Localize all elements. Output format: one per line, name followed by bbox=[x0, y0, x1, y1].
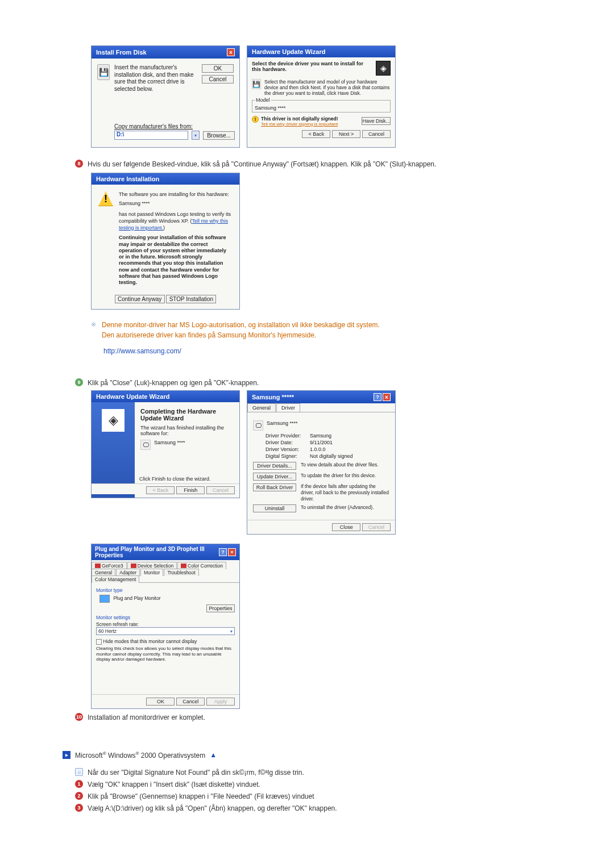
step-number-10: 10 bbox=[75, 713, 83, 721]
browse-button[interactable]: Browse... bbox=[203, 131, 235, 140]
w2k-step-3: Vælg A:\(D:\driver) og klik så på "Open"… bbox=[88, 803, 337, 813]
monitor-settings-section: Monitor settings bbox=[96, 615, 235, 620]
step-10-text: Installation af monitordriver er komplet… bbox=[88, 712, 205, 723]
section-bullet-icon: ▸ bbox=[63, 751, 70, 759]
close-icon[interactable]: × bbox=[228, 548, 236, 556]
nvidia-icon bbox=[181, 564, 186, 568]
step-number-2: 2 bbox=[75, 792, 83, 800]
w2k-step-1: Vælg "OK" knappen i "Insert disk" (Isæt … bbox=[88, 779, 260, 790]
note-icon: ※ bbox=[91, 321, 96, 328]
dialog-title: Hardware Update Wizard bbox=[252, 48, 326, 55]
disk-icon: 💾 bbox=[97, 64, 110, 80]
drive-input[interactable]: D:\ bbox=[114, 131, 188, 140]
update-driver-button[interactable]: Update Driver... bbox=[253, 473, 296, 481]
cancel-button[interactable]: Cancel bbox=[176, 698, 205, 706]
wizard-finish-msg: Click Finish to close the wizard. bbox=[139, 476, 211, 482]
dialog-titlebar: Hardware Update Wizard bbox=[92, 391, 239, 402]
dialog-titlebar: Samsung ***** ? × bbox=[247, 391, 395, 403]
wizard-complete-sub: The wizard has finished installing the s… bbox=[140, 425, 234, 436]
monitor-type-section: Monitor type bbox=[96, 587, 235, 593]
step-9-text: Klik på "Close" (Luk)-knappen og igen på… bbox=[88, 378, 259, 388]
dialog-titlebar: Install From Disk × bbox=[92, 46, 239, 59]
have-disk-button[interactable]: Have Disk... bbox=[362, 117, 391, 125]
refresh-rate-select[interactable]: 60 Hertz ▾ bbox=[96, 627, 235, 635]
disk-icon: 💾 bbox=[252, 79, 261, 89]
tab-general[interactable]: General bbox=[247, 403, 276, 412]
hardware-installation-dialog: Hardware Installation ! The software you… bbox=[91, 173, 240, 310]
date-value: 9/11/2001 bbox=[310, 440, 389, 445]
note-line2: Den autoriserede driver kan findes på Sa… bbox=[102, 330, 380, 340]
hi-device: Samsung **** bbox=[119, 201, 233, 207]
dialog-title: Hardware Update Wizard bbox=[96, 393, 170, 400]
model-list[interactable]: Model Samsung **** bbox=[252, 100, 391, 112]
up-arrow-icon[interactable]: ▲ bbox=[210, 751, 217, 759]
next-button[interactable]: Next > bbox=[332, 130, 360, 138]
select-driver-heading: Select the device driver you want to ins… bbox=[252, 61, 376, 72]
signing-importance-link[interactable]: Tell me why driver signing is important bbox=[261, 122, 338, 127]
roll-back-text: If the device fails after updating the d… bbox=[301, 483, 389, 502]
nvidia-icon bbox=[95, 564, 101, 568]
dialog-titlebar: Plug and Play Monitor and 3D Prophet III… bbox=[92, 544, 239, 560]
hi-line1: The software you are installing for this… bbox=[119, 191, 233, 198]
close-button[interactable]: Close bbox=[332, 523, 360, 531]
monitor-icon bbox=[99, 595, 110, 603]
provider-value: Samsung bbox=[310, 433, 389, 439]
dialog-title: Hardware Installation bbox=[96, 176, 159, 182]
back-button[interactable]: < Back bbox=[302, 130, 330, 138]
version-value: 1.0.0.0 bbox=[310, 446, 389, 452]
warning-icon: ! bbox=[252, 116, 259, 123]
hide-modes-note: Clearing this check box allows you to se… bbox=[96, 646, 235, 662]
update-driver-text: To update the driver for this device. bbox=[301, 473, 376, 479]
driver-details-button[interactable]: Driver Details... bbox=[253, 462, 296, 470]
driver-properties-dialog: Samsung ***** ? × General Driver 🖵 Samsu… bbox=[247, 390, 396, 535]
monitor-icon: 🖵 bbox=[140, 440, 151, 450]
info-icon: ⌕ bbox=[75, 768, 83, 776]
finish-button[interactable]: Finish bbox=[176, 486, 205, 494]
continue-anyway-button[interactable]: Continue Anyway bbox=[115, 295, 165, 303]
tab-color-management[interactable]: Color Management bbox=[92, 575, 139, 583]
roll-back-driver-button[interactable]: Roll Back Driver bbox=[253, 483, 296, 491]
wizard-device: Samsung **** bbox=[154, 440, 185, 445]
version-label: Driver Version: bbox=[265, 446, 310, 452]
install-from-disk-dialog: Install From Disk × 💾 Insert the manufac… bbox=[91, 45, 240, 148]
driver-details-text: To view details about the driver files. bbox=[301, 462, 379, 468]
tab-driver[interactable]: Driver bbox=[276, 403, 300, 412]
signer-value: Not digitally signed bbox=[310, 453, 389, 459]
hide-modes-checkbox[interactable] bbox=[96, 639, 102, 645]
tab-troubleshoot[interactable]: Troubleshoot bbox=[164, 569, 198, 576]
hide-modes-label: Hide modes that this monitor cannot disp… bbox=[103, 639, 197, 644]
help-icon[interactable]: ? bbox=[219, 548, 227, 556]
step-number-9: 9 bbox=[75, 378, 83, 386]
nvidia-icon bbox=[131, 564, 136, 568]
dialog-title: Install From Disk bbox=[96, 49, 147, 56]
samsung-url-link[interactable]: http://www.samsung.com/ bbox=[103, 347, 551, 355]
cancel-button[interactable]: Cancel bbox=[202, 75, 234, 84]
model-value: Samsung **** bbox=[255, 105, 388, 111]
cancel-button: Cancel bbox=[206, 486, 235, 494]
w2k-info-text: Når du ser "Digital Signature Not Found"… bbox=[88, 767, 304, 778]
hardware-update-wizard-complete: Hardware Update Wizard ◈ Completing the … bbox=[91, 390, 240, 498]
dialog-title: Samsung ***** bbox=[252, 394, 294, 400]
hardware-update-wizard-select: Hardware Update Wizard Select the device… bbox=[247, 45, 396, 148]
close-icon[interactable]: × bbox=[227, 48, 235, 56]
uninstall-button[interactable]: Uninstall bbox=[253, 504, 296, 512]
not-signed-warning: This driver is not digitally signed! bbox=[261, 116, 338, 122]
tab-monitor[interactable]: Monitor bbox=[140, 569, 163, 576]
chevron-down-icon[interactable]: ▾ bbox=[192, 131, 200, 140]
hi-bold-warning: Continuing your installation of this sof… bbox=[119, 235, 233, 286]
ok-button[interactable]: OK bbox=[202, 64, 234, 73]
cancel-button[interactable]: Cancel bbox=[362, 130, 391, 138]
install-instruction: Insert the manufacturer's installation d… bbox=[114, 64, 197, 93]
wizard-complete-heading: Completing the Hardware Update Wizard bbox=[140, 408, 234, 422]
help-icon[interactable]: ? bbox=[374, 393, 381, 401]
dialog-titlebar: Hardware Update Wizard bbox=[247, 46, 395, 57]
back-button: < Back bbox=[146, 486, 175, 494]
hi-logo-text: has not passed Windows Logo testing to v… bbox=[119, 211, 233, 231]
step-8-text: Hvis du ser følgende Besked-vindue, klik… bbox=[88, 159, 436, 169]
model-label: Model bbox=[255, 97, 271, 103]
properties-button[interactable]: Properties bbox=[206, 604, 235, 612]
close-icon[interactable]: × bbox=[383, 393, 391, 401]
monitor-icon: 🖵 bbox=[253, 420, 263, 431]
ok-button[interactable]: OK bbox=[146, 698, 175, 706]
stop-installation-button[interactable]: STOP Installation bbox=[166, 295, 216, 303]
